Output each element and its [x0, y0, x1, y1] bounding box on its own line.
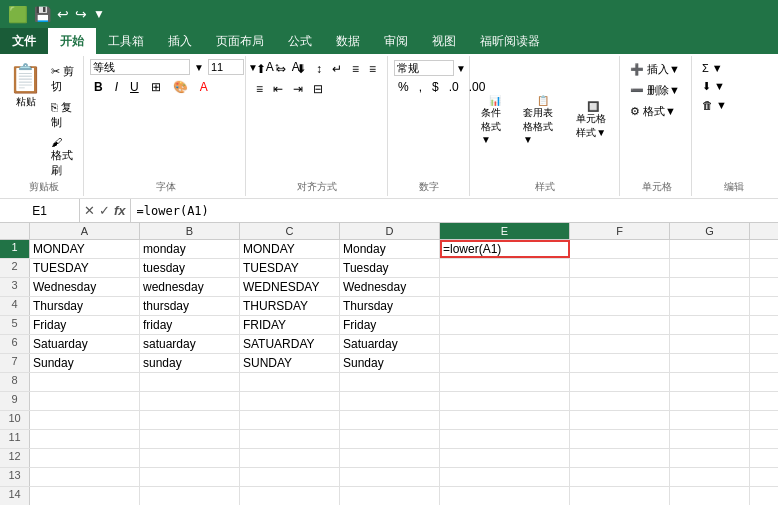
cell-g6[interactable]	[670, 335, 750, 353]
cell-b4[interactable]: thursday	[140, 297, 240, 315]
cell-f8[interactable]	[570, 373, 670, 391]
cell-d6[interactable]: Satuarday	[340, 335, 440, 353]
increase-decimal-button[interactable]: .0	[445, 78, 463, 96]
col-header-g[interactable]: G	[670, 223, 750, 239]
cell-d1[interactable]: Monday	[340, 240, 440, 258]
quick-save-icon[interactable]: 💾	[34, 6, 51, 22]
font-name-input[interactable]	[90, 59, 190, 75]
cell-e9[interactable]	[440, 392, 570, 410]
login-button[interactable]	[754, 28, 778, 54]
italic-button[interactable]: I	[111, 78, 122, 96]
cell-e12[interactable]	[440, 449, 570, 467]
tab-review[interactable]: 审阅	[372, 28, 420, 54]
currency-button[interactable]: $	[428, 78, 443, 96]
cell-b12[interactable]	[140, 449, 240, 467]
cell-g1[interactable]	[670, 240, 750, 258]
tab-view[interactable]: 视图	[420, 28, 468, 54]
cell-a11[interactable]	[30, 430, 140, 448]
cell-g9[interactable]	[670, 392, 750, 410]
cell-g7[interactable]	[670, 354, 750, 372]
cell-a7[interactable]: Sunday	[30, 354, 140, 372]
cell-f5[interactable]	[570, 316, 670, 334]
cell-b7[interactable]: sunday	[140, 354, 240, 372]
cell-c10[interactable]	[240, 411, 340, 429]
text-direction-button[interactable]: ↕	[312, 60, 326, 78]
more-icon[interactable]: ▼	[93, 7, 105, 21]
cell-f14[interactable]	[570, 487, 670, 505]
cell-d8[interactable]	[340, 373, 440, 391]
cell-f4[interactable]	[570, 297, 670, 315]
tab-home[interactable]: 开始	[48, 28, 96, 54]
cell-g3[interactable]	[670, 278, 750, 296]
cell-g8[interactable]	[670, 373, 750, 391]
font-color-button[interactable]: A	[196, 78, 212, 96]
tab-foxit[interactable]: 福昕阅读器	[468, 28, 552, 54]
cell-a12[interactable]	[30, 449, 140, 467]
cell-e6[interactable]	[440, 335, 570, 353]
cell-a1[interactable]: MONDAY	[30, 240, 140, 258]
tab-file[interactable]: 文件	[0, 28, 48, 54]
col-header-f[interactable]: F	[570, 223, 670, 239]
cell-d4[interactable]: Thursday	[340, 297, 440, 315]
cell-d9[interactable]	[340, 392, 440, 410]
redo-icon[interactable]: ↪	[75, 6, 87, 22]
cell-f2[interactable]	[570, 259, 670, 277]
copy-button[interactable]: ⎘ 复制	[47, 98, 79, 132]
col-header-e[interactable]: E	[440, 223, 570, 239]
col-header-d[interactable]: D	[340, 223, 440, 239]
cell-g2[interactable]	[670, 259, 750, 277]
cell-b13[interactable]	[140, 468, 240, 486]
conditional-format-button[interactable]: 📊 条件格式▼	[476, 92, 514, 148]
cell-a3[interactable]: Wednesday	[30, 278, 140, 296]
percent-button[interactable]: %	[394, 78, 413, 96]
comma-button[interactable]: ,	[415, 78, 426, 96]
cell-c5[interactable]: FRIDAY	[240, 316, 340, 334]
cell-f3[interactable]	[570, 278, 670, 296]
cell-e2[interactable]	[440, 259, 570, 277]
fill-color-button[interactable]: 🎨	[169, 78, 192, 96]
cell-c6[interactable]: SATUARDAY	[240, 335, 340, 353]
decrease-indent-button[interactable]: ⇤	[269, 80, 287, 98]
border-button[interactable]: ⊞	[147, 78, 165, 96]
number-format-dropdown-icon[interactable]: ▼	[456, 63, 466, 74]
cell-c7[interactable]: SUNDAY	[240, 354, 340, 372]
cell-d13[interactable]	[340, 468, 440, 486]
cell-c14[interactable]	[240, 487, 340, 505]
formula-cancel-icon[interactable]: ✕	[84, 203, 95, 218]
cell-e1[interactable]: =lower(A1)LOWER(text)	[440, 240, 570, 258]
cell-b5[interactable]: friday	[140, 316, 240, 334]
increase-indent-button[interactable]: ⇥	[289, 80, 307, 98]
cell-f1[interactable]	[570, 240, 670, 258]
cell-b8[interactable]	[140, 373, 240, 391]
cell-g10[interactable]	[670, 411, 750, 429]
cell-a6[interactable]: Satuarday	[30, 335, 140, 353]
cell-d10[interactable]	[340, 411, 440, 429]
clear-button[interactable]: 🗑 ▼	[698, 97, 731, 113]
cell-f11[interactable]	[570, 430, 670, 448]
cell-c8[interactable]	[240, 373, 340, 391]
formula-confirm-icon[interactable]: ✓	[99, 203, 110, 218]
align-left-button[interactable]: ≡	[348, 60, 363, 78]
paste-button[interactable]: 📋 粘贴	[8, 62, 43, 109]
cell-e11[interactable]	[440, 430, 570, 448]
cell-a4[interactable]: Thursday	[30, 297, 140, 315]
align-right-button[interactable]: ≡	[252, 80, 267, 98]
font-name-dropdown-icon[interactable]: ▼	[194, 62, 204, 73]
underline-button[interactable]: U	[126, 78, 143, 96]
cell-g4[interactable]	[670, 297, 750, 315]
cell-style-button[interactable]: 🔲 单元格样式▼	[571, 98, 615, 143]
tab-page-layout[interactable]: 页面布局	[204, 28, 276, 54]
cell-c12[interactable]	[240, 449, 340, 467]
merge-button[interactable]: ⊟	[309, 80, 327, 98]
font-size-input[interactable]	[208, 59, 244, 75]
format-button[interactable]: ⚙ 格式▼	[626, 102, 680, 121]
wrap-text-button[interactable]: ↵	[328, 60, 346, 78]
cell-c1[interactable]: MONDAY	[240, 240, 340, 258]
cell-a5[interactable]: Friday	[30, 316, 140, 334]
cell-b2[interactable]: tuesday	[140, 259, 240, 277]
cell-b14[interactable]	[140, 487, 240, 505]
cell-e7[interactable]	[440, 354, 570, 372]
cell-f9[interactable]	[570, 392, 670, 410]
formula-fx-icon[interactable]: fx	[114, 203, 126, 218]
col-header-c[interactable]: C	[240, 223, 340, 239]
